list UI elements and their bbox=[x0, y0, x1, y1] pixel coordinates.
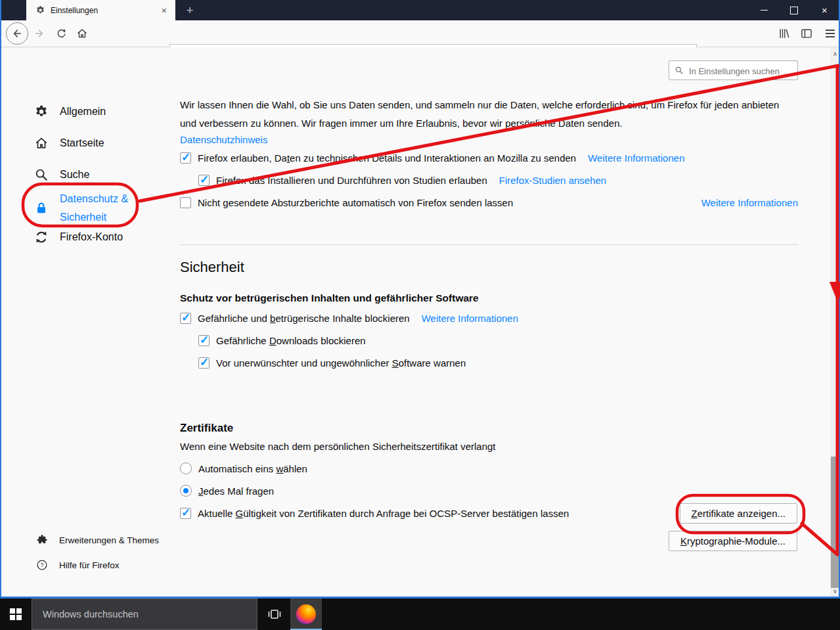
home-icon bbox=[76, 28, 88, 39]
block-dangerous-content-checkbox[interactable]: ✓ bbox=[180, 313, 191, 324]
checkbox-row: ✓ Firefox erlauben, Daten zu technischen… bbox=[180, 152, 798, 164]
taskbar: 15:08 16.01.2019 bbox=[0, 598, 840, 630]
learn-more-link[interactable]: Weitere Informationen bbox=[422, 313, 518, 324]
taskbar-firefox-button[interactable] bbox=[290, 598, 322, 630]
back-button[interactable] bbox=[6, 20, 28, 47]
check-icon: ✓ bbox=[200, 355, 209, 369]
menu-button[interactable] bbox=[821, 20, 839, 47]
window-titlebar: Einstellungen × + × bbox=[0, 0, 840, 20]
checkbox-row: ✓ Firefox das Installieren und Durchführ… bbox=[180, 175, 798, 186]
library-icon bbox=[778, 27, 791, 40]
sidebar-item-erweiterungen[interactable]: Erweiterungen & Themes bbox=[0, 532, 159, 548]
gear-icon bbox=[35, 5, 45, 15]
learn-more-link[interactable]: Weitere Informationen bbox=[588, 152, 684, 164]
select-automatically-radio[interactable] bbox=[180, 462, 192, 474]
tab-title: Einstellungen bbox=[51, 6, 154, 15]
security-devices-button[interactable]: Kryptographie-Module... bbox=[669, 531, 797, 551]
learn-more-link[interactable]: Weitere Informationen bbox=[701, 197, 798, 208]
gear-icon bbox=[34, 104, 49, 119]
back-icon bbox=[11, 28, 23, 39]
block-downloads-checkbox[interactable]: ✓ bbox=[198, 335, 210, 346]
sync-icon bbox=[34, 230, 49, 244]
browser-tab[interactable]: Einstellungen × bbox=[26, 0, 175, 20]
task-view-button[interactable] bbox=[260, 598, 289, 630]
forward-icon bbox=[33, 28, 45, 39]
reload-button[interactable] bbox=[51, 20, 71, 47]
checkbox-row: ✓ Nicht gesendete Absturzberichte automa… bbox=[180, 197, 798, 208]
crash-reports-checkbox[interactable]: ✓ bbox=[180, 197, 191, 208]
forward-button[interactable] bbox=[30, 20, 49, 47]
checkbox-row: ✓ Gefährliche und betrügerische Inhalte … bbox=[180, 313, 798, 324]
telemetry-checkbox[interactable]: ✓ bbox=[180, 152, 191, 164]
maximize-button[interactable] bbox=[779, 0, 809, 20]
check-icon: ✓ bbox=[181, 311, 190, 325]
lock-icon bbox=[34, 201, 49, 215]
firefox-logo-icon bbox=[296, 604, 316, 624]
minimize-button[interactable] bbox=[749, 0, 779, 20]
taskbar-search-box[interactable] bbox=[32, 598, 257, 630]
check-icon: ✓ bbox=[181, 150, 190, 164]
puzzle-icon bbox=[36, 534, 48, 546]
search-icon bbox=[34, 168, 49, 182]
desktop: Einstellungen × + × Firefox about:prefer… bbox=[0, 0, 840, 630]
reload-icon bbox=[56, 28, 67, 39]
sidebar-item-firefox-konto[interactable]: Firefox-Konto bbox=[0, 226, 123, 248]
taskbar-search-input[interactable] bbox=[41, 608, 241, 620]
ask-every-time-radio[interactable] bbox=[180, 485, 192, 497]
ocsp-checkbox[interactable]: ✓ bbox=[180, 508, 191, 519]
sidebar-icon bbox=[800, 27, 813, 40]
settings-page: Allgemein Startseite Suche Datenschutz &… bbox=[0, 47, 840, 598]
browser-toolbar: Firefox about:preferences#privacy ☆ bbox=[0, 20, 840, 47]
view-certificates-button[interactable]: Zertifikate anzeigen... bbox=[680, 503, 797, 524]
sidebar-item-hilfe[interactable]: Hilfe für Firefox bbox=[0, 557, 120, 573]
library-button[interactable] bbox=[774, 20, 795, 47]
window-border-left bbox=[0, 0, 1, 598]
sidebar-item-allgemein[interactable]: Allgemein bbox=[0, 101, 106, 123]
tab-close-icon[interactable]: × bbox=[160, 5, 169, 16]
sidebar-item-suche[interactable]: Suche bbox=[0, 164, 89, 186]
minimize-icon bbox=[761, 10, 768, 11]
check-icon: ✓ bbox=[200, 333, 209, 347]
studies-checkbox[interactable]: ✓ bbox=[198, 175, 210, 186]
radio-row: Jedes Mal fragen bbox=[180, 485, 798, 497]
sidebar-item-startseite[interactable]: Startseite bbox=[0, 132, 104, 154]
home-button[interactable] bbox=[72, 20, 92, 47]
checkbox-row: ✓ Vor unerwünschter und ungewöhnlicher S… bbox=[180, 357, 798, 369]
sidebar-item-datenschutz-sicherheit[interactable]: Datenschutz &Sicherheit bbox=[0, 189, 128, 227]
close-button[interactable]: × bbox=[809, 0, 840, 20]
intro-text: Wir lassen Ihnen die Wahl, ob Sie uns Da… bbox=[180, 96, 798, 133]
view-studies-link[interactable]: Firefox-Studien ansehen bbox=[499, 175, 606, 186]
checkbox-row: ✓ Gefährliche Downloads blockieren bbox=[180, 335, 798, 346]
warn-software-checkbox[interactable]: ✓ bbox=[198, 357, 210, 369]
hamburger-icon bbox=[826, 30, 835, 31]
task-view-icon bbox=[267, 608, 282, 621]
check-icon: ✓ bbox=[181, 506, 190, 520]
section-divider bbox=[180, 244, 798, 245]
maximize-icon bbox=[790, 7, 798, 14]
certificates-description: Wenn eine Website nach dem persönlichen … bbox=[180, 439, 798, 454]
radio-row: Automatisch eins wählen bbox=[180, 462, 798, 474]
sidebar-toggle-button[interactable] bbox=[796, 20, 817, 47]
security-heading: Sicherheit bbox=[180, 259, 244, 276]
new-tab-button[interactable]: + bbox=[180, 0, 200, 20]
help-icon bbox=[36, 559, 48, 571]
datenschutzhinweis-link[interactable]: Datenschutzhinweis bbox=[180, 134, 267, 145]
home-icon bbox=[34, 136, 49, 150]
phishing-subheading: Schutz vor betrügerischen Inhalten und g… bbox=[180, 292, 479, 304]
certificates-heading: Zertifikate bbox=[180, 422, 233, 435]
check-icon: ✓ bbox=[200, 173, 209, 187]
windows-logo-icon bbox=[10, 608, 22, 620]
start-button[interactable] bbox=[0, 598, 32, 630]
